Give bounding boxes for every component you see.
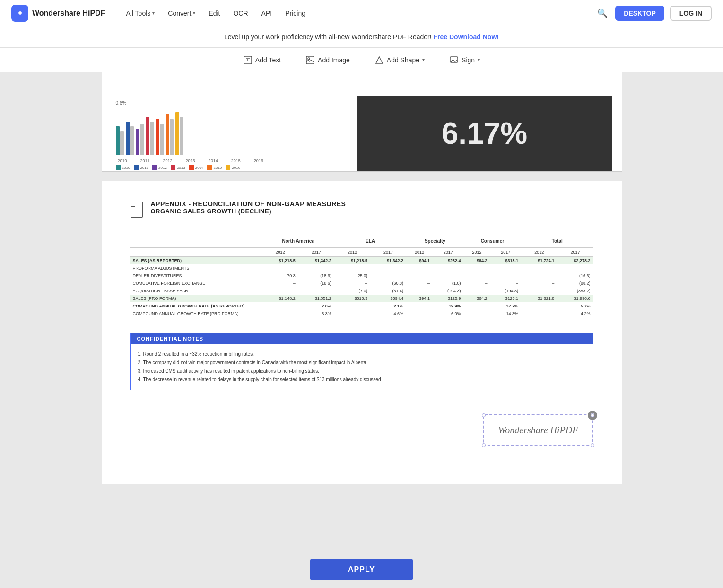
resize-handle-bl[interactable] bbox=[482, 443, 486, 447]
chevron-down-icon: ▾ bbox=[193, 10, 195, 16]
add-shape-tool[interactable]: Add Shape ▾ bbox=[370, 53, 429, 68]
nav-edit[interactable]: Edit bbox=[203, 7, 226, 20]
big-number-display: 6.17% bbox=[357, 96, 612, 171]
bar-chart: 0.6% bbox=[111, 96, 348, 171]
text-icon bbox=[243, 55, 253, 65]
confidential-notes-box: CONFIDENTIAL NOTES 1. Round 2 resulted i… bbox=[130, 333, 593, 390]
notes-header: CONFIDENTIAL NOTES bbox=[131, 333, 593, 344]
page-separator bbox=[102, 172, 622, 181]
section-titles: APPENDIX - RECONCILIATION OF NON-GAAP ME… bbox=[151, 200, 346, 215]
content-area: 0.6% bbox=[0, 72, 723, 588]
table-row: ACQUISITION - BASE YEAR – – (7.0) (51.4)… bbox=[130, 287, 593, 295]
note-item: 1. Round 2 resulted in a ~32% reduction … bbox=[138, 350, 585, 359]
chart-legend: 2010 2011 2012 2013 2014 2015 2016 bbox=[116, 165, 343, 170]
note-item: 4. The decrease in revenue related to de… bbox=[138, 376, 585, 384]
signature-text: Wondershare HiPDF bbox=[498, 425, 578, 435]
chevron-down-icon: ▾ bbox=[478, 57, 480, 62]
table-row: COMPOUND ANNUAL GROWTH RATE (PRO FORMA) … bbox=[130, 310, 593, 317]
logo-text: Wondershare HiPDF bbox=[32, 9, 105, 18]
add-image-tool[interactable]: Add Image bbox=[301, 53, 355, 68]
svg-rect-1 bbox=[306, 56, 314, 64]
resize-handle-tr[interactable] bbox=[591, 413, 594, 417]
table-row: CUMULATIVE FOREIGN EXCHANGE – (18.6) – (… bbox=[130, 280, 593, 287]
note-item: 2. The company did not win major governm… bbox=[138, 359, 585, 367]
signature-watermark[interactable]: ✕ Wondershare HiPDF bbox=[483, 414, 593, 446]
shape-icon bbox=[375, 55, 384, 65]
svg-point-2 bbox=[308, 58, 310, 60]
note-item: 3. Increased CMS audit activity has resu… bbox=[138, 367, 585, 376]
desktop-button[interactable]: DESKTOP bbox=[615, 6, 664, 21]
nav-api[interactable]: API bbox=[256, 7, 278, 20]
add-text-tool[interactable]: Add Text bbox=[238, 53, 286, 68]
chevron-down-icon: ▾ bbox=[152, 10, 155, 16]
notes-content: 1. Round 2 resulted in a ~32% reduction … bbox=[131, 344, 593, 390]
chart-year-labels: 2010201120122013201420152016 bbox=[116, 158, 343, 163]
doc-top-section: 0.6% bbox=[102, 72, 622, 172]
header: ✦ Wondershare HiPDF All Tools ▾ Convert … bbox=[0, 0, 723, 26]
header-actions: 🔍 DESKTOP LOG IN bbox=[595, 6, 712, 21]
resize-handle-tl[interactable] bbox=[482, 413, 486, 417]
table-row: COMPOUND ANNUAL GROWTH RATE (AS REPORTED… bbox=[130, 302, 593, 310]
nav-ocr[interactable]: OCR bbox=[227, 7, 253, 20]
table-row: DEALER DIVESTITURES 70.3 (18.6) (25.0) –… bbox=[130, 272, 593, 280]
promo-banner: Level up your work proficiency with all-… bbox=[0, 26, 723, 48]
sign-tool[interactable]: Sign ▾ bbox=[444, 53, 485, 68]
section-header: APPENDIX - RECONCILIATION OF NON-GAAP ME… bbox=[130, 200, 593, 221]
apply-bar: APPLY bbox=[0, 551, 723, 588]
editor-toolbar: Add Text Add Image Add Shape ▾ Sign ▾ bbox=[0, 48, 723, 72]
nav-all-tools[interactable]: All Tools ▾ bbox=[120, 7, 160, 20]
appendix-section: APPENDIX - RECONCILIATION OF NON-GAAP ME… bbox=[102, 181, 622, 484]
sign-icon bbox=[449, 55, 459, 65]
table-row: PROFORMA ADJUSTMENTS bbox=[130, 264, 593, 272]
bookmark-icon bbox=[130, 201, 143, 221]
financial-table: North America ELA Specialty Consumer Tot… bbox=[130, 237, 593, 317]
svg-rect-4 bbox=[131, 202, 142, 217]
search-button[interactable]: 🔍 bbox=[595, 6, 610, 20]
document-page: 0.6% bbox=[102, 72, 622, 484]
nav-pricing[interactable]: Pricing bbox=[279, 7, 311, 20]
download-link[interactable]: Free Download Now! bbox=[434, 33, 499, 41]
nav-convert[interactable]: Convert ▾ bbox=[162, 7, 201, 20]
login-button[interactable]: LOG IN bbox=[670, 6, 712, 21]
table-row: SALES (AS REPORTED) $1,218.5 $1,342.2 $1… bbox=[130, 257, 593, 265]
table-row: SALES (PRO FORMA) $1,148.2 $1,351.2 $315… bbox=[130, 295, 593, 302]
resize-handle-br[interactable] bbox=[591, 443, 594, 447]
logo-icon: ✦ bbox=[11, 5, 28, 22]
logo-area[interactable]: ✦ Wondershare HiPDF bbox=[11, 5, 105, 22]
main-nav: All Tools ▾ Convert ▾ Edit OCR API Prici… bbox=[120, 7, 595, 20]
apply-button[interactable]: APPLY bbox=[310, 559, 413, 580]
chevron-down-icon: ▾ bbox=[422, 57, 425, 62]
image-icon bbox=[305, 55, 315, 65]
